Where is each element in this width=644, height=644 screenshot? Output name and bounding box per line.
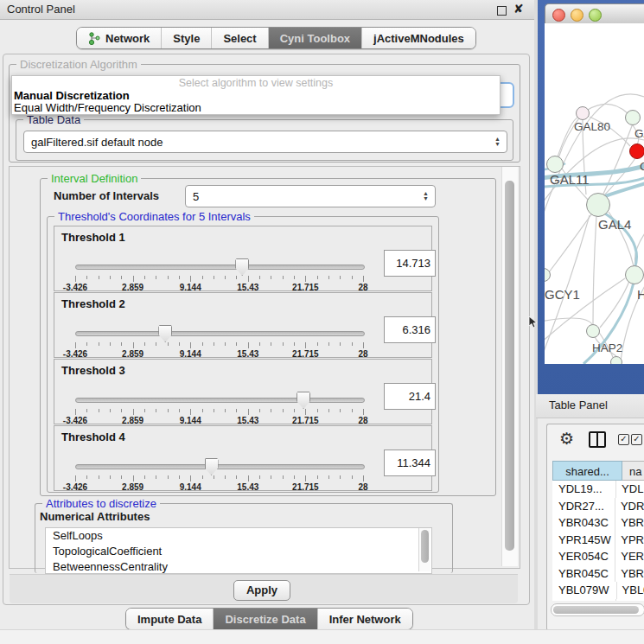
tab-discretize-data-label: Discretize Data [225,613,305,626]
slider-scale: -3.426 2.859 9.144 15.43 21.715 28 [75,349,363,358]
numerical-attributes-list[interactable]: SelfLoops TopologicalCoefficient Between… [45,527,432,574]
algorithm-placeholder: Select algorithm to view settings [12,77,500,89]
split-view-icon[interactable] [589,431,606,448]
attributes-group-title: Attributes to discretize [42,497,160,510]
scale-label: 21.715 [292,482,319,492]
slider-track [75,398,365,403]
threshold-2-slider-thumb[interactable] [158,325,172,342]
table-row[interactable]: YBR045CYBR0 [552,565,644,583]
threshold-4-slider[interactable] [75,457,363,475]
threshold-2-panel: Threshold 2 -3.426 2.859 9.144 15.43 21.… [54,292,432,358]
slider-track [75,464,365,469]
table-row[interactable]: YBL079WYBL0 [552,582,644,599]
list-item[interactable]: BetweennessCentrality [46,559,431,574]
table-horizontal-scrollbar[interactable] [551,603,644,616]
table-scrollbar-thumb[interactable] [553,606,639,614]
table-row[interactable]: YDL19...YDL1 [552,481,644,498]
cell: YDL19... [552,481,615,498]
tab-jactivemnodules[interactable]: jActiveMNodules [361,28,475,48]
threshold-2-slider[interactable] [75,324,363,341]
table-row[interactable]: YER054CYER0 [552,548,644,565]
network-window-titlebar[interactable] [545,3,644,25]
threshold-3-slider-thumb[interactable] [296,392,310,409]
list-item[interactable]: TopologicalCoefficient [46,544,431,559]
gear-icon[interactable]: ⚙ [559,429,574,449]
node-label: GAL4 [598,217,631,232]
thresholds-group-title: Threshold's Coordinates for 5 Intervals [54,210,254,223]
tab-style[interactable]: Style [161,28,211,48]
table-data-group: Table Data galFiltered.sif default node … [16,119,513,161]
threshold-4-slider-thumb[interactable] [205,458,219,475]
threshold-3-label: Threshold 3 [61,364,125,377]
threshold-1-value-field[interactable]: 14.713 [384,250,436,277]
threshold-3-value-field[interactable]: 21.4 [384,383,436,410]
threshold-4-value-field[interactable]: 11.344 [384,450,436,476]
threshold-3-slider[interactable] [75,391,363,408]
network-node[interactable] [586,193,610,217]
cell: YER054C [552,548,615,565]
network-node[interactable] [625,110,641,125]
list-item[interactable]: SelfLoops [46,528,431,544]
threshold-1-panel: Threshold 1 -3.426 2.859 9.144 15.43 21.… [54,226,432,291]
scale-label: 2.859 [122,416,143,425]
tab-discretize-data[interactable]: Discretize Data [213,609,316,629]
network-node-selected[interactable] [629,143,644,159]
control-panel-title: Control Panel [7,3,75,16]
table-rows: YDL19...YDL1 YDR27...YDR2 YBR043CYBR0 YP… [552,481,644,601]
network-view-canvas[interactable]: GAL80 GA C GAL11 GAL4 GCY1 H HAP2 [545,23,644,364]
slider-track [75,331,365,336]
close-icon[interactable]: ✘ [513,2,524,16]
slider-ticks [75,276,363,283]
threshold-2-value-field[interactable]: 6.316 [384,316,436,343]
table-data-combobox[interactable]: galFiltered.sif default node ▲▼ [23,131,507,153]
checked-checkbox-icon[interactable]: ✓ [631,434,642,445]
scale-label: 15.43 [237,416,258,425]
table-row[interactable]: YDR27...YDR2 [552,498,644,515]
settings-scrollbar-thumb[interactable] [505,181,514,551]
network-node[interactable] [625,265,644,284]
tab-impute-data[interactable]: Impute Data [126,609,213,629]
table-row[interactable]: YLR345WYLR3 [552,599,644,602]
checked-checkbox-icon[interactable]: ✓ [618,434,629,445]
column-header-shared[interactable]: shared... [552,461,622,481]
float-window-icon[interactable] [497,6,507,16]
tab-network[interactable]: Network [77,28,161,48]
scale-label: 21.715 [292,349,319,359]
algorithm-option-manual[interactable]: Manual Discretization [14,89,130,102]
numerical-attributes-label: Numerical Attributes [40,510,150,523]
column-header-name[interactable]: na [622,461,644,481]
num-intervals-combobox[interactable]: 5 ▲▼ [185,185,436,207]
network-node[interactable] [610,356,622,364]
settings-vertical-scrollbar[interactable] [501,167,518,566]
table-row[interactable]: YBR043CYBR0 [552,514,644,532]
table-panel-titlebar: Table Panel [536,394,644,418]
cell: YLR345W [552,599,615,602]
cell: YBR045C [552,565,615,583]
cell: YBR0 [615,565,644,583]
apply-button[interactable]: Apply [233,580,290,601]
cell: YPR145W [552,532,615,549]
tab-select[interactable]: Select [211,28,267,48]
scale-label: 9.144 [180,416,201,425]
threshold-1-slider[interactable] [75,258,363,275]
network-node[interactable] [586,324,600,338]
table-panel-toolbar: ⚙ ✓ ✓ [547,424,644,456]
attributes-list-scrollbar[interactable] [418,528,430,571]
threshold-1-slider-thumb[interactable] [235,258,249,276]
table-row[interactable]: YPR145WYPR1 [552,532,644,549]
scale-label: -3.426 [63,482,87,492]
zoom-traffic-light[interactable] [589,9,602,22]
network-node[interactable] [546,156,564,173]
scale-label: 21.715 [292,283,319,292]
close-traffic-light[interactable] [552,9,565,22]
scale-label: 15.43 [237,283,258,292]
attributes-list-scrollbar-thumb[interactable] [421,530,429,563]
tab-infer-network[interactable]: Infer Network [317,609,412,629]
tab-cyni-toolbox[interactable]: Cyni Toolbox [268,28,361,48]
network-node[interactable] [576,106,590,120]
minimize-traffic-light[interactable] [571,9,583,22]
node-label: GA [634,127,644,140]
scale-label: 28 [358,482,367,492]
scale-label: 28 [358,283,367,292]
algorithm-option-equal-width[interactable]: Equal Width/Frequency Discretization [14,101,201,114]
